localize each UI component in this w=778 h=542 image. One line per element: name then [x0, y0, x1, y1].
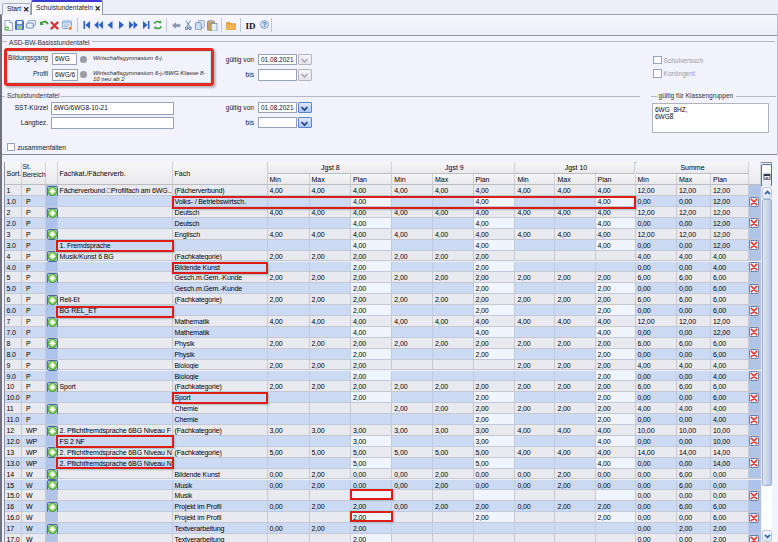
svg-text:?: ?	[263, 21, 267, 28]
